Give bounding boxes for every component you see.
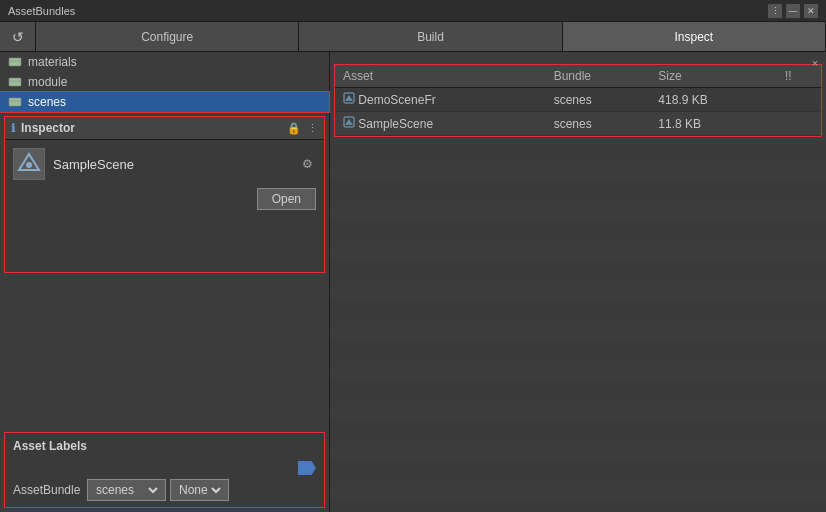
list-item-label: materials	[28, 55, 77, 69]
inspector-body: SampleScene ⚙ Open	[5, 140, 324, 218]
cell-size-1: 11.8 KB	[650, 112, 777, 136]
unity-asset-icon	[13, 148, 45, 180]
left-spacer	[0, 273, 329, 428]
none-select[interactable]: None	[175, 482, 224, 498]
svg-rect-2	[9, 78, 21, 86]
cell-bundle-0: scenes	[546, 88, 651, 112]
open-button[interactable]: Open	[257, 188, 316, 210]
svg-point-7	[26, 162, 32, 168]
bundle-icon	[8, 75, 22, 89]
tab-build[interactable]: Build	[299, 22, 562, 51]
cell-asset: SampleScene	[335, 112, 546, 136]
cell-asset: DemoSceneFr	[335, 88, 546, 112]
right-panel: × Asset Bundle Size !!	[330, 52, 826, 512]
minimize-button[interactable]: —	[786, 4, 800, 18]
tab-bar: ↺ Configure Build Inspect	[0, 22, 826, 52]
svg-marker-11	[345, 119, 353, 125]
col-bundle: Bundle	[546, 65, 651, 88]
right-top: ×	[330, 52, 826, 60]
scene-icon	[343, 92, 355, 104]
refresh-icon: ↺	[12, 29, 24, 45]
refresh-button[interactable]: ↺	[0, 22, 36, 51]
labels-fields: AssetBundle scenes materials module None	[13, 479, 316, 501]
inspector-header: ℹ Inspector 🔒 ⋮	[5, 117, 324, 140]
bundle-select[interactable]: scenes materials module	[92, 482, 161, 498]
scene-icon	[343, 116, 355, 128]
window-title: AssetBundles	[8, 5, 75, 17]
list-item-materials[interactable]: materials	[0, 52, 329, 72]
inspector-title: Inspector	[21, 121, 281, 135]
none-dropdown[interactable]: None	[170, 479, 229, 501]
bundle-dropdown[interactable]: scenes materials module	[87, 479, 166, 501]
bundle-icon	[8, 95, 22, 109]
right-striped-area	[330, 141, 826, 512]
asset-labels-tag-row	[13, 461, 316, 475]
list-item-label: module	[28, 75, 67, 89]
cell-warn-0	[777, 88, 821, 112]
inspector-asset-name: SampleScene	[53, 157, 290, 172]
list-item-scenes[interactable]: scenes	[0, 92, 329, 112]
inspector-asset-row: SampleScene ⚙	[13, 148, 316, 180]
list-item-label: scenes	[28, 95, 66, 109]
cell-warn-1	[777, 112, 821, 136]
bundle-icon	[8, 55, 22, 69]
left-panel: materials module scenes ℹ Inspector 🔒	[0, 52, 330, 512]
lock-icon: 🔒	[287, 122, 301, 135]
cell-size-0: 418.9 KB	[650, 88, 777, 112]
title-bar: AssetBundles ⋮ — ✕	[0, 0, 826, 22]
inspector-panel: ℹ Inspector 🔒 ⋮ SampleScene ⚙ Open	[4, 116, 325, 273]
assetbundle-label: AssetBundle	[13, 483, 83, 497]
table-row[interactable]: DemoSceneFr scenes 418.9 KB	[335, 88, 821, 112]
info-icon: ℹ	[11, 122, 15, 135]
asset-labels-title: Asset Labels	[13, 439, 316, 453]
col-size: Size	[650, 65, 777, 88]
svg-marker-9	[345, 95, 353, 101]
svg-rect-0	[9, 58, 21, 66]
dots-button[interactable]: ⋮	[768, 4, 782, 18]
tab-inspect[interactable]: Inspect	[563, 22, 826, 51]
close-x-button[interactable]: ×	[808, 56, 822, 70]
asset-list: materials module scenes	[0, 52, 329, 112]
window-controls: ⋮ — ✕	[768, 4, 818, 18]
asset-table: Asset Bundle Size !! DemoSceneFr	[335, 65, 821, 136]
asset-table-wrapper: Asset Bundle Size !! DemoSceneFr	[334, 64, 822, 137]
table-row[interactable]: SampleScene scenes 11.8 KB	[335, 112, 821, 136]
cell-bundle-1: scenes	[546, 112, 651, 136]
more-icon[interactable]: ⋮	[307, 122, 318, 135]
svg-rect-4	[9, 98, 21, 106]
main-layout: materials module scenes ℹ Inspector 🔒	[0, 52, 826, 512]
tab-configure[interactable]: Configure	[36, 22, 299, 51]
tag-icon	[298, 461, 316, 475]
asset-labels-panel: Asset Labels AssetBundle scenes material…	[4, 432, 325, 508]
col-asset: Asset	[335, 65, 546, 88]
close-button[interactable]: ✕	[804, 4, 818, 18]
gear-button[interactable]: ⚙	[298, 155, 316, 173]
list-item-module[interactable]: module	[0, 72, 329, 92]
